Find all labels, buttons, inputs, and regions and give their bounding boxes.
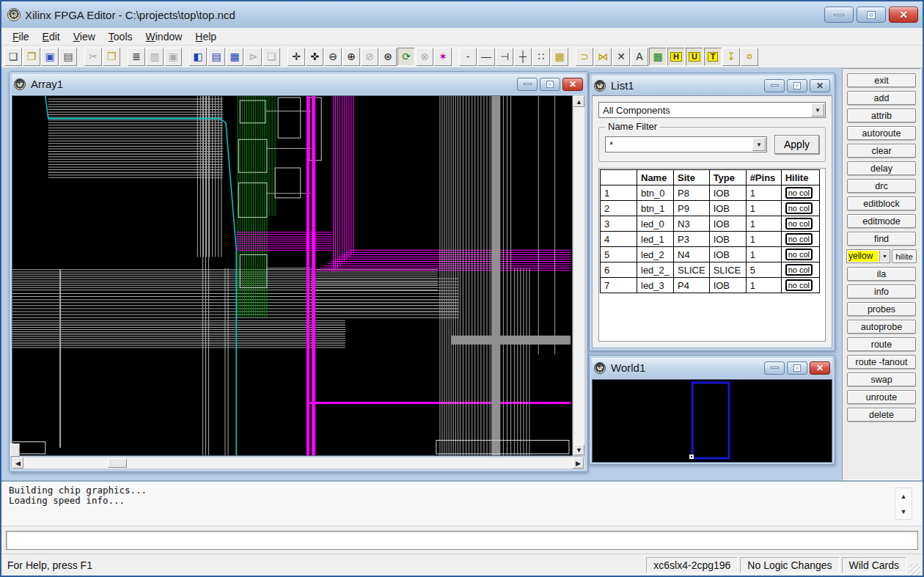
horizontal-scroll-thumb[interactable] [108,458,127,468]
array-vertical-scrollbar[interactable]: ▲ ▼ [573,95,585,456]
array1-restore-button[interactable] [540,78,560,91]
world1-minimize-button[interactable] [764,361,785,375]
list-properties-button[interactable]: ≣ [128,48,145,66]
wrench-button[interactable]: ✶ [434,48,452,66]
sidebar-hilite-button[interactable]: hilite [892,249,917,263]
array1-close-button[interactable]: ✕ [562,78,583,91]
new-window-button[interactable]: ▣ [164,48,182,66]
stub-button[interactable]: ⊣ [496,48,513,66]
text-button[interactable]: A [631,48,648,66]
segment-button[interactable]: - [459,48,477,66]
split-view-button[interactable]: ◧ [189,48,207,66]
list1-titlebar[interactable]: List1 ✕ [592,76,832,95]
column-button[interactable]: ▥ [146,48,164,66]
zoom-center-button[interactable]: ✜ [306,48,323,66]
table-row[interactable]: 6led_2_SLICESLICE5no col [601,262,820,278]
sidebar-swap-button[interactable]: swap [847,372,916,386]
close-button[interactable]: ✕ [889,7,918,23]
restore-button[interactable] [857,7,886,23]
minimize-button[interactable] [824,7,854,23]
hilite-t-button[interactable]: T [704,48,722,66]
sidebar-route-button[interactable]: route [847,337,916,351]
table-row[interactable]: 4led_1P3IOB1no col [601,232,820,247]
cut-button[interactable]: ✂ [84,48,102,66]
sidebar-delay-button[interactable]: delay [847,161,916,175]
array-horizontal-scrollbar[interactable]: ◀ ▶ [12,457,585,469]
sidebar-ila-button[interactable]: ila [847,267,916,281]
world1-close-button[interactable]: ✕ [810,361,830,375]
scroll-right-icon[interactable]: ▶ [573,457,584,468]
apply-button[interactable]: Apply [774,135,819,154]
world1-restore-button[interactable] [787,361,807,375]
scroll-down-icon[interactable]: ▼ [573,444,584,455]
stop-button[interactable]: ⊗ [416,48,433,66]
zoom-window-button[interactable]: ⊘ [361,48,378,66]
hilite-color-button[interactable]: no col [785,249,813,260]
print-button[interactable]: ▤ [59,48,77,66]
array1-titlebar[interactable]: Array1 ✕ [12,74,585,94]
line-button[interactable]: — [477,48,495,66]
hilite-color-button[interactable]: no col [785,187,813,199]
world-viewport-rect[interactable] [692,383,729,458]
zoom-in-button[interactable]: ⊕ [342,48,360,66]
hilite-color-button[interactable]: no col [785,264,813,276]
vertical-scroll-thumb[interactable] [10,444,20,457]
resize-grip[interactable] [909,564,921,576]
world1-titlebar[interactable]: World1 ✕ [592,358,832,378]
hilite-color-button[interactable]: no col [785,233,813,245]
array-canvas[interactable] [12,95,573,456]
list1-restore-button[interactable] [787,79,807,92]
sidebar-autoprobe-button[interactable]: autoprobe [847,320,916,334]
menu-file[interactable]: File [6,29,36,44]
zoom-out-button[interactable]: ⊖ [324,48,342,66]
pin-button[interactable]: ┼ [514,48,532,66]
list1-minimize-button[interactable] [764,79,785,92]
refresh-button[interactable]: ⟳ [397,48,415,66]
zoom-fit-button[interactable]: ✛ [287,48,305,66]
sidebar-info-button[interactable]: info [847,284,916,298]
menu-help[interactable]: Help [188,29,223,44]
chevron-down-icon[interactable]: ▼ [879,251,890,262]
sidebar-delete-button[interactable]: delete [847,408,916,422]
world-canvas[interactable] [592,379,832,463]
array1-minimize-button[interactable] [517,78,538,91]
play-button[interactable]: ⊳ [244,48,262,66]
sidebar-editblock-button[interactable]: editblock [847,196,916,210]
sidebar-find-button[interactable]: find [847,232,916,246]
open-button[interactable]: ❐ [23,48,40,66]
sites-button[interactable]: ∷ [532,48,550,66]
grid-view-button[interactable]: ▦ [226,48,243,66]
table-row[interactable]: 2btn_1P9IOB1no col [601,201,820,216]
select-button[interactable]: ❒ [103,48,120,66]
sidebar-drc-button[interactable]: drc [847,179,916,193]
menu-window[interactable]: Window [139,29,189,44]
table-row[interactable]: 5led_2N4IOB1no col [601,247,820,262]
scroll-up-icon[interactable]: ▲ [573,96,584,107]
list-view-button[interactable]: ▤ [208,48,225,66]
sidebar-exit-button[interactable]: exit [847,73,916,87]
new-button[interactable]: ❏ [4,48,22,66]
save-button[interactable]: ▣ [41,48,59,66]
chevron-down-icon[interactable]: ▼ [811,103,824,117]
command-input[interactable] [6,531,918,550]
chevron-down-icon[interactable]: ▼ [752,138,766,151]
scroll-left-icon[interactable]: ◀ [12,457,23,468]
ratsnest-button[interactable]: ⋈ [594,48,612,66]
menu-tools[interactable]: Tools [102,29,139,44]
sidebar-editmode-button[interactable]: editmode [847,214,916,228]
list1-close-button[interactable]: ✕ [810,79,830,92]
sidebar-clear-button[interactable]: clear [847,144,916,158]
sidebar-attrib-button[interactable]: attrib [847,109,916,122]
menu-view[interactable]: View [67,29,102,44]
sidebar-unroute-button[interactable]: unroute [847,390,916,404]
spin-down-icon[interactable]: ▼ [897,508,910,515]
table-row[interactable]: 3led_0N3IOB1no col [601,216,820,232]
name-filter-dropdown[interactable]: * ▼ [605,136,767,152]
hilite-color-button[interactable]: no col [785,202,813,214]
table-row[interactable]: 1btn_0P8IOB1no col [601,185,820,201]
component-type-dropdown[interactable]: All Components ▼ [598,102,826,118]
sidebar-autoroute-button[interactable]: autoroute [847,126,916,140]
gate-button[interactable]: ⊃ [576,48,593,66]
copy-window-button[interactable]: ❏ [263,48,280,66]
hilite-color-button[interactable]: no col [785,279,813,291]
